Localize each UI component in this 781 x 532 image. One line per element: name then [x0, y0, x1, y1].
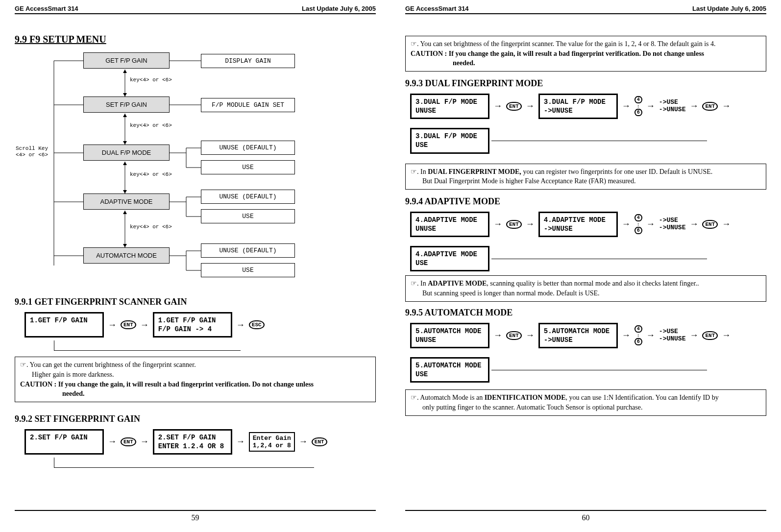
- opt-993: ->USE ->UNUSE: [659, 99, 686, 114]
- arrow-icon: →: [620, 219, 633, 229]
- lcd-993-1-l1: 3.DUAL F/P MODE: [415, 98, 477, 106]
- page-number-left: 59: [15, 510, 376, 522]
- lcd-992-2: 2.SET F/P GAIN ENTER 1.2.4 OR 8: [153, 429, 232, 455]
- ent-key: ENT: [506, 331, 522, 340]
- loop-line: [54, 340, 241, 351]
- keys-4-6: 4 ↕ 6: [635, 325, 642, 345]
- menu-automatch-mode: AUTOMATCH MODE: [83, 247, 170, 264]
- lcd-992-1: 2.SET F/P GAIN: [24, 429, 104, 455]
- note-994-l1a: ☞. In: [411, 280, 428, 287]
- flow-992: 2.SET F/P GAIN → ENT → 2.SET F/P GAIN EN…: [24, 429, 376, 455]
- lcd-991-2: 1.GET F/P GAIN F/P GAIN -> 4: [153, 312, 232, 338]
- opt-995-l1: ->USE: [659, 328, 678, 335]
- arrow-icon: →: [297, 436, 310, 447]
- note-993-l2: But Dual Fingerprint Mode is higher Fals…: [411, 176, 636, 186]
- lcd-993-3-l1: 3.DUAL F/P MODE: [415, 132, 477, 140]
- key-6: 6: [635, 338, 642, 345]
- sec-995-title: 9.9.5 AUTOMATCH MODE: [405, 308, 766, 318]
- opt-995: ->USE ->UNUSE: [659, 328, 686, 343]
- sec-992-title: 9.9.2 SET FINGERPRINT GAIN: [15, 414, 376, 424]
- arrow-icon: →: [138, 436, 151, 447]
- key-label-3: key<4> or <6>: [130, 171, 172, 177]
- arrow-icon: →: [620, 330, 633, 340]
- note-995-l1c: , you can use 1:N Identification. You ca…: [565, 394, 718, 401]
- ent-key: ENT: [121, 437, 136, 446]
- opt-adaptive-unuse: UNUSE (DEFAULT): [201, 190, 295, 204]
- opt-automatch-unuse: UNUSE (DEFAULT): [201, 243, 295, 258]
- lcd-993-3: 3.DUAL F/P MODE USE: [410, 128, 489, 153]
- keys-4-6: 4 ↕ 6: [635, 96, 642, 116]
- note-995: ☞. Automatch Mode is an IDENTIFICATION M…: [405, 389, 766, 415]
- ent-key: ENT: [121, 320, 136, 329]
- lcd-994-2-l1: 4.ADAPTIVE MODE: [544, 216, 606, 224]
- lcd-994-1-l2: UNUSE: [415, 225, 436, 233]
- arrow-icon: →: [687, 101, 700, 111]
- arrow-icon: →: [720, 219, 732, 229]
- key-4: 4: [635, 96, 642, 103]
- lcd-994-1: 4.ADAPTIVE MODE UNUSE: [410, 212, 489, 237]
- lcd-992-2-l2: ENTER 1.2.4 OR 8: [158, 442, 224, 450]
- flow-994-row2: 4.ADAPTIVE MODE USE: [410, 246, 766, 271]
- lcd-991-2-l1: 1.GET F/P GAIN: [158, 316, 216, 324]
- lcd-995-3: 5.AUTOMATCH MODE USE: [410, 357, 489, 383]
- arrow-icon: →: [234, 320, 247, 330]
- lcd-995-1-l2: UNUSE: [415, 336, 436, 344]
- body-right: ☞. You can set brightness of the fingerp…: [405, 14, 766, 505]
- key-label-2: key<4> or <6>: [130, 122, 172, 128]
- arrow-icon: →: [644, 219, 657, 229]
- page-number-right: 60: [405, 510, 766, 522]
- flow-995-row2: 5.AUTOMATCH MODE USE: [410, 357, 766, 383]
- note-994-l1b: ADAPTIVE MODE: [428, 280, 487, 287]
- svg-marker-31: [123, 211, 127, 214]
- lcd-995-2: 5.AUTOMATCH MODE ->UNUSE: [538, 323, 618, 348]
- arrow-icon: →: [644, 330, 657, 340]
- arrow-icon: →: [687, 330, 700, 340]
- lcd-991-2-l2: F/P GAIN -> 4: [158, 325, 212, 333]
- note-991-l3a: CAUTION : If you change the gain, it wil…: [20, 381, 314, 388]
- opt-fp-module-gain-set: F/P MODULE GAIN SET: [201, 98, 295, 112]
- ent-key: ENT: [702, 331, 718, 340]
- loop-line: [491, 140, 707, 141]
- lcd-995-1: 5.AUTOMATCH MODE UNUSE: [410, 323, 489, 348]
- key-6: 6: [635, 227, 642, 234]
- scroll-l2: <4> or <6>: [16, 152, 48, 158]
- lcd-995-3-l1: 5.AUTOMATCH MODE: [415, 362, 481, 369]
- doc-title: GE AccessSmart 314: [405, 5, 469, 12]
- body-left: 9.9 F9 SETUP MENU: [15, 14, 376, 505]
- flow-993-row1: 3.DUAL F/P MODE UNUSE → ENT → 3.DUAL F/P…: [410, 94, 766, 119]
- ent-key: ENT: [702, 102, 718, 111]
- page-right: GE AccessSmart 314 Last Update July 6, 2…: [390, 0, 781, 532]
- svg-marker-30: [123, 244, 127, 247]
- arrow-icon: →: [491, 219, 504, 229]
- opt-995-l2: ->UNUSE: [659, 335, 686, 342]
- lcd-993-3-l2: USE: [415, 141, 428, 149]
- arrow-icon: →: [138, 320, 151, 330]
- lcd-995-1-l1: 5.AUTOMATCH MODE: [415, 327, 481, 335]
- lcd-994-3-l1: 4.ADAPTIVE MODE: [415, 250, 477, 258]
- note-top-l2b: needed.: [411, 59, 475, 67]
- arrow-icon: →: [620, 101, 633, 111]
- lcd-993-2-l1: 3.DUAL F/P MODE: [544, 98, 606, 106]
- key-4: 4: [635, 214, 642, 221]
- scroll-l1: Scroll Key: [16, 145, 48, 151]
- menu-adaptive-mode: ADAPTIVE MODE: [83, 193, 170, 210]
- lcd-992-3-l2: 1,2,4 or 8: [253, 442, 291, 449]
- key-label-4: key<4> or <6>: [130, 224, 172, 230]
- arrow-icon: →: [106, 436, 119, 447]
- ent-key: ENT: [506, 220, 522, 229]
- svg-marker-27: [123, 190, 127, 193]
- arrow-icon: →: [720, 101, 732, 111]
- lcd-993-1-l2: UNUSE: [415, 107, 436, 115]
- note-top-l1: ☞. You can set brightness of the fingerp…: [411, 40, 716, 48]
- menu-set-fp-gain: SET F/P GAIN: [83, 97, 170, 113]
- note-994: ☞. In ADAPTIVE MODE, scanning quality is…: [405, 275, 766, 301]
- opt-994-l2: ->UNUSE: [659, 224, 686, 231]
- arrow-icon: →: [687, 219, 700, 229]
- note-995-l2: only putting finger to the scanner. Auto…: [411, 403, 642, 412]
- lcd-993-2: 3.DUAL F/P MODE ->UNUSE: [538, 94, 618, 119]
- opt-adaptive-use: USE: [201, 209, 295, 223]
- lcd-992-2-l1: 2.SET F/P GAIN: [158, 434, 216, 441]
- key-6: 6: [635, 109, 642, 116]
- opt-dual-unuse: UNUSE (DEFAULT): [201, 141, 295, 155]
- svg-marker-21: [123, 93, 127, 97]
